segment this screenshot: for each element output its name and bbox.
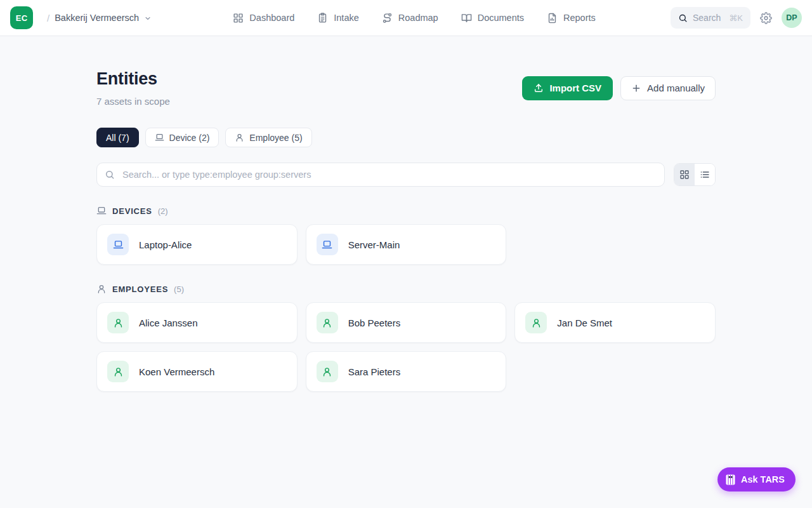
search-label: Search [693, 13, 721, 23]
employees-grid: Alice Janssen Bob Peeters Jan De Smet Ko… [96, 302, 716, 392]
entity-name: Laptop-Alice [139, 239, 192, 250]
top-navbar: EC / Bakkerij Vermeersch Dashboard Intak… [0, 0, 812, 36]
nav-item-intake[interactable]: Intake [317, 13, 359, 23]
section-count: (5) [174, 284, 184, 294]
entity-name: Server-Main [348, 239, 400, 250]
entity-name: Koen Vermeersch [139, 366, 214, 377]
nav-label: Documents [478, 13, 524, 23]
view-mode-toggle [674, 163, 716, 186]
nav-label: Reports [563, 13, 596, 23]
filter-employee[interactable]: Employee (5) [225, 128, 311, 147]
list-view-icon [700, 170, 710, 180]
nav-item-documents[interactable]: Documents [461, 13, 524, 23]
devices-grid: Laptop-Alice Server-Main [96, 224, 716, 265]
laptop-icon [96, 206, 107, 216]
grid-view-icon [679, 170, 690, 180]
user-avatar[interactable]: DP [782, 8, 802, 28]
search-row [96, 163, 716, 187]
tars-robot-icon [726, 474, 735, 485]
section-count: (2) [158, 206, 168, 216]
intake-icon [317, 13, 328, 23]
app-logo[interactable]: EC [10, 6, 33, 29]
filter-all[interactable]: All (7) [96, 128, 139, 147]
entity-search [96, 163, 665, 187]
nav-label: Dashboard [249, 13, 294, 23]
chevron-down-icon [144, 15, 152, 22]
entity-name: Bob Peeters [348, 318, 401, 328]
roadmap-icon [382, 13, 393, 23]
grid-view-button[interactable] [674, 164, 695, 185]
list-view-button[interactable] [695, 164, 715, 185]
entity-card-alice-janssen[interactable]: Alice Janssen [96, 302, 298, 343]
entities-page: Entities 7 assets in scope Import CSV Ad… [96, 36, 716, 392]
settings-gear-icon[interactable] [760, 12, 772, 24]
laptop-icon [317, 234, 338, 255]
entity-name: Alice Janssen [139, 318, 198, 328]
add-manually-button[interactable]: Add manually [620, 76, 716, 100]
laptop-icon [107, 234, 129, 255]
filter-label: Employee (5) [249, 133, 302, 143]
filter-label: All (7) [106, 133, 129, 143]
nav-item-dashboard[interactable]: Dashboard [233, 13, 294, 23]
entity-name: Sara Pieters [348, 366, 401, 377]
user-icon [96, 284, 107, 294]
entity-card-jan-de-smet[interactable]: Jan De Smet [514, 302, 716, 343]
workspace-name: Bakkerij Vermeersch [55, 13, 139, 23]
page-header: Entities 7 assets in scope Import CSV Ad… [96, 69, 716, 107]
add-manually-label: Add manually [647, 83, 705, 93]
user-icon [107, 312, 129, 333]
employees-section-header: EMPLOYEES (5) [96, 284, 716, 294]
global-search-button[interactable]: Search ⌘K [671, 7, 750, 29]
header-actions: Import CSV Add manually [522, 76, 716, 100]
filter-device[interactable]: Device (2) [145, 128, 219, 147]
entity-name: Jan De Smet [557, 318, 612, 328]
navbar-right: Search ⌘K DP [671, 7, 802, 29]
user-icon [317, 312, 338, 333]
search-shortcut: ⌘K [729, 13, 743, 23]
reports-icon [547, 13, 558, 23]
entity-search-input[interactable] [96, 163, 665, 187]
entity-card-koen-vermeersch[interactable]: Koen Vermeersch [96, 351, 298, 392]
search-icon [678, 13, 688, 23]
section-title: EMPLOYEES [112, 284, 168, 294]
upload-icon [534, 83, 544, 93]
nav-item-reports[interactable]: Reports [547, 13, 596, 23]
filter-label: Device (2) [169, 133, 210, 143]
entity-filter-tabs: All (7) Device (2) Employee (5) [96, 128, 716, 147]
main-nav: Dashboard Intake Roadmap Documents Repor… [226, 13, 595, 23]
entity-card-bob-peeters[interactable]: Bob Peeters [306, 302, 507, 343]
user-icon [107, 361, 129, 382]
entity-card-server-main[interactable]: Server-Main [306, 224, 507, 265]
user-icon [317, 361, 338, 382]
workspace-breadcrumb[interactable]: / Bakkerij Vermeersch [47, 13, 152, 23]
page-subtitle: 7 assets in scope [96, 96, 170, 107]
nav-label: Intake [334, 13, 359, 23]
nav-item-roadmap[interactable]: Roadmap [382, 13, 438, 23]
user-icon [235, 133, 244, 142]
search-icon [105, 170, 115, 180]
user-icon [525, 312, 547, 333]
ask-tars-button[interactable]: Ask TARS [717, 467, 796, 491]
devices-section-header: DEVICES (2) [96, 206, 716, 216]
dashboard-icon [233, 13, 244, 23]
ask-tars-label: Ask TARS [741, 474, 785, 485]
laptop-icon [155, 133, 164, 142]
page-title: Entities [96, 69, 170, 89]
documents-icon [461, 13, 472, 23]
nav-label: Roadmap [398, 13, 438, 23]
plus-icon [631, 83, 641, 93]
entity-card-laptop-alice[interactable]: Laptop-Alice [96, 224, 298, 265]
import-csv-label: Import CSV [549, 83, 601, 93]
entity-card-sara-pieters[interactable]: Sara Pieters [306, 351, 507, 392]
import-csv-button[interactable]: Import CSV [522, 76, 613, 100]
breadcrumb-separator: / [47, 13, 49, 23]
section-title: DEVICES [112, 206, 152, 216]
